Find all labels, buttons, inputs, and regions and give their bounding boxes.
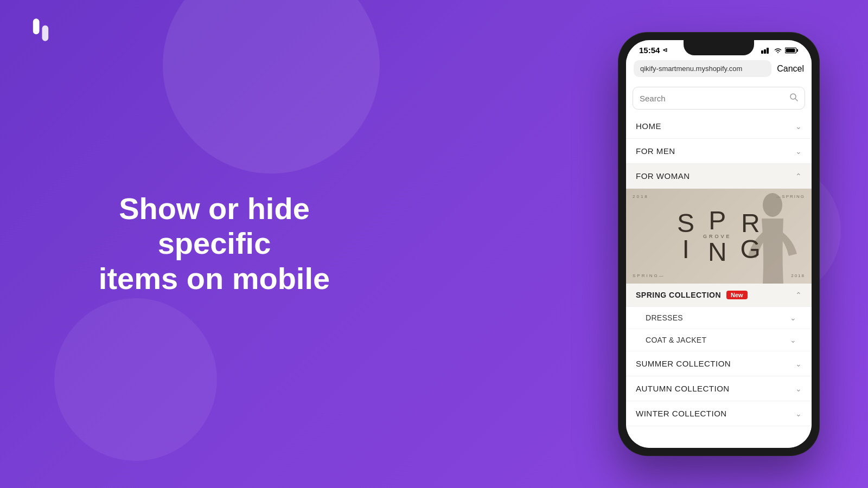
location-icon: ⊲: [662, 47, 667, 54]
chevron-down-icon: ⌄: [795, 147, 802, 156]
sub-item-dresses-label: DRESSES: [646, 313, 683, 322]
chevron-down-icon: ⌄: [790, 336, 796, 344]
phone-screen: 15:54 ⊲: [626, 40, 812, 448]
signal-icon: [761, 47, 771, 54]
chevron-up-icon: ⌃: [795, 172, 802, 181]
svg-rect-2: [761, 50, 763, 54]
chevron-up-icon: ⌃: [795, 291, 802, 299]
svg-rect-1: [42, 25, 49, 41]
spring-art: 2018 —SPRING SPRING— 2018 S I: [626, 189, 812, 284]
menu-item-summer[interactable]: SUMMER COLLECTION ⌄: [626, 351, 812, 376]
chevron-down-icon: ⌄: [795, 384, 802, 393]
svg-rect-4: [767, 48, 769, 54]
spring-collection-left: SPRING COLLECTION New: [636, 291, 748, 299]
svg-rect-0: [33, 18, 40, 34]
menu-item-home-label: HOME: [636, 121, 661, 131]
wifi-icon: [774, 47, 782, 54]
hero-text: Show or hide specific items on mobile: [65, 191, 363, 296]
new-badge: New: [726, 291, 748, 299]
menu-content: HOME ⌄ FOR MEN ⌄ FOR WOMAN ⌃: [626, 82, 812, 448]
phone-mockup: 15:54 ⊲: [618, 14, 819, 474]
phone-frame: 15:54 ⊲: [618, 33, 819, 455]
svg-line-9: [795, 99, 797, 101]
browser-bar: qikify-smartmenu.myshopify.com Cancel: [626, 57, 812, 82]
menu-item-for-woman-label: FOR WOMAN: [636, 171, 690, 181]
svg-rect-7: [786, 48, 795, 52]
url-bar: qikify-smartmenu.myshopify.com: [634, 60, 771, 77]
chevron-down-icon: ⌄: [795, 122, 802, 131]
spring-text-overlay: S I P GROVE N R G: [626, 189, 812, 284]
bg-blob-1: [163, 0, 380, 174]
browser-cancel-button[interactable]: Cancel: [777, 64, 804, 74]
logo: [27, 16, 54, 46]
svg-rect-6: [797, 49, 798, 52]
chevron-down-icon: ⌄: [795, 359, 802, 368]
search-input[interactable]: [640, 94, 785, 103]
winter-collection-label: WINTER COLLECTION: [636, 409, 727, 418]
menu-item-for-men-label: FOR MEN: [636, 146, 675, 156]
search-bar[interactable]: [633, 87, 805, 110]
menu-item-for-woman[interactable]: FOR WOMAN ⌃: [626, 164, 812, 189]
bg-blob-2: [54, 298, 217, 461]
phone-notch: [684, 40, 754, 55]
menu-item-autumn[interactable]: AUTUMN COLLECTION ⌄: [626, 376, 812, 401]
search-icon: [789, 93, 798, 104]
chevron-down-icon: ⌄: [795, 409, 802, 418]
spring-collection-label: SPRING COLLECTION: [636, 291, 721, 299]
chevron-down-icon: ⌄: [790, 313, 796, 322]
autumn-collection-label: AUTUMN COLLECTION: [636, 384, 730, 393]
battery-icon: [785, 47, 799, 54]
menu-item-for-men[interactable]: FOR MEN ⌄: [626, 139, 812, 164]
status-icons: [761, 47, 799, 54]
sub-item-coat-jacket[interactable]: COAT & JACKET ⌄: [626, 329, 812, 351]
sub-item-dresses[interactable]: DRESSES ⌄: [626, 307, 812, 329]
menu-item-winter[interactable]: WINTER COLLECTION ⌄: [626, 401, 812, 426]
svg-rect-3: [764, 49, 766, 54]
sub-item-coat-jacket-label: COAT & JACKET: [646, 336, 706, 344]
menu-item-home[interactable]: HOME ⌄: [626, 114, 812, 139]
hero-line2: items on mobile: [99, 261, 330, 296]
hero-line1: Show or hide specific: [119, 191, 310, 260]
status-time: 15:54 ⊲: [639, 46, 667, 55]
spring-collection-item[interactable]: SPRING COLLECTION New ⌃: [626, 284, 812, 307]
summer-collection-label: SUMMER COLLECTION: [636, 359, 731, 368]
featured-image: 2018 —SPRING SPRING— 2018 S I: [626, 189, 812, 284]
